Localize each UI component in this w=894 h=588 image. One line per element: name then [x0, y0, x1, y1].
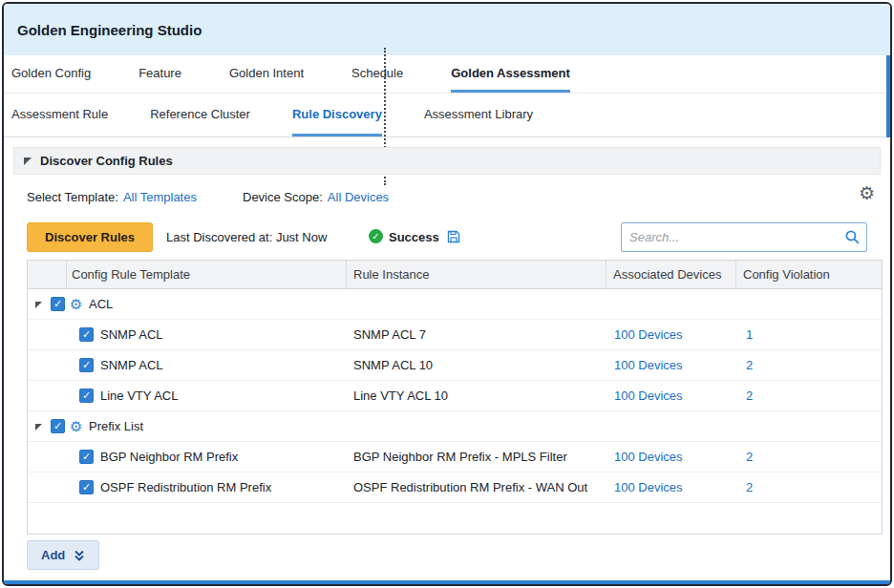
double-chevron-down-icon	[74, 549, 85, 562]
rule-instance-cell: SNMP ACL 10	[353, 350, 433, 381]
row-checkbox[interactable]: ✓	[79, 480, 94, 494]
tab-reference-cluster[interactable]: Reference Cluster	[150, 94, 250, 136]
success-status-label: Success	[389, 230, 439, 244]
config-rules-table: Config Rule Template Rule Instance Assoc…	[27, 260, 883, 535]
column-header-config-rule-template[interactable]: Config Rule Template	[72, 261, 190, 288]
filters-row: Select Template:All Templates Device Sco…	[27, 188, 875, 209]
collapse-group-icon[interactable]	[35, 302, 42, 308]
tab-rule-discovery[interactable]: Rule Discovery	[292, 94, 382, 136]
rule-instance-cell: OSPF Redistribution RM Prefix - WAN Out	[353, 472, 587, 503]
rule-template-cell: SNMP ACL	[100, 350, 163, 381]
window-title: Golden Engineering Studio	[17, 22, 202, 38]
column-header-associated-devices[interactable]: Associated Devices	[613, 261, 721, 288]
discover-config-rules-panel-header[interactable]: Discover Config Rules	[13, 147, 881, 175]
tab-assessment-rule[interactable]: Assessment Rule	[11, 94, 108, 136]
search-icon[interactable]	[838, 229, 866, 245]
panel-title: Discover Config Rules	[40, 154, 173, 168]
select-template-group: Select Template:All Templates	[27, 190, 197, 204]
rule-template-cell: OSPF Redistribution RM Prefix	[100, 472, 271, 503]
rule-row-bgp-neighbor-rm-prefix-mpls-filter: ✓BGP Neighbor RM PrefixBGP Neighbor RM P…	[28, 442, 882, 472]
config-violation-link[interactable]: 2	[746, 381, 753, 411]
rule-row-line-vty-acl-10: ✓Line VTY ACLLine VTY ACL 10100 Devices2	[28, 381, 882, 411]
row-checkbox[interactable]: ✓	[79, 450, 94, 464]
actions-toolbar: Discover Rules Last Discovered at: Just …	[27, 222, 867, 253]
config-violation-link[interactable]: 1	[746, 320, 753, 350]
row-checkbox[interactable]: ✓	[79, 388, 94, 403]
device-scope-label: Device Scope:	[243, 190, 323, 204]
collapse-group-icon[interactable]	[35, 424, 42, 430]
config-violation-link[interactable]: 2	[746, 472, 753, 503]
search-box	[621, 222, 867, 252]
column-separator	[606, 261, 607, 288]
config-violation-link[interactable]: 2	[746, 442, 753, 472]
save-report-icon[interactable]	[447, 230, 460, 246]
row-checkbox[interactable]: ✓	[51, 419, 65, 433]
row-checkbox[interactable]: ✓	[79, 327, 94, 342]
primary-nav: Golden ConfigFeatureGolden IntentSchedul…	[4, 55, 890, 94]
rule-template-cell: SNMP ACL	[100, 320, 163, 350]
bottom-accent-bar	[4, 580, 890, 584]
secondary-nav: Assessment RuleReference ClusterRule Dis…	[4, 94, 890, 137]
rule-template-cell: Line VTY ACL	[100, 381, 178, 411]
collapse-panel-icon[interactable]	[24, 158, 32, 165]
column-separator	[735, 261, 736, 288]
group-name: ACL	[89, 289, 113, 320]
row-checkbox[interactable]: ✓	[51, 297, 65, 311]
column-header-config-violation[interactable]: Config Violation	[743, 261, 830, 288]
table-header: Config Rule Template Rule Instance Assoc…	[28, 261, 882, 289]
column-separator	[66, 261, 67, 288]
associated-devices-link[interactable]: 100 Devices	[614, 381, 683, 411]
tab-golden-config[interactable]: Golden Config	[11, 55, 91, 93]
add-button-label: Add	[41, 548, 65, 562]
device-scope-group: Device Scope:All Devices	[243, 190, 389, 204]
tab-schedule[interactable]: Schedule	[351, 55, 403, 93]
group-row-acl: ✓⚙ACL	[28, 289, 882, 320]
rule-row-snmp-acl-7: ✓SNMP ACLSNMP ACL 7100 Devices1	[28, 320, 882, 350]
rule-row-ospf-redistribution-rm-prefix-wan-out: ✓OSPF Redistribution RM PrefixOSPF Redis…	[28, 472, 882, 503]
group-name: Prefix List	[89, 411, 143, 442]
rule-instance-cell: SNMP ACL 7	[353, 320, 426, 350]
search-input[interactable]	[622, 223, 838, 251]
last-discovered-text: Last Discovered at: Just Now	[166, 230, 327, 244]
column-separator	[346, 261, 347, 288]
associated-devices-link[interactable]: 100 Devices	[614, 320, 683, 350]
column-header-rule-instance[interactable]: Rule Instance	[353, 261, 430, 288]
select-template-label: Select Template:	[27, 190, 118, 204]
rule-row-snmp-acl-10: ✓SNMP ACLSNMP ACL 10100 Devices2	[28, 350, 882, 381]
right-edge-accent	[886, 55, 890, 137]
golden-engineering-studio-window: Golden Engineering Studio Golden ConfigF…	[2, 2, 892, 586]
rule-template-cell: BGP Neighbor RM Prefix	[100, 442, 238, 472]
rule-template-gear-icon: ⚙	[70, 411, 82, 441]
rule-instance-cell: Line VTY ACL 10	[353, 381, 448, 411]
add-button[interactable]: Add	[27, 540, 99, 570]
select-template-value[interactable]: All Templates	[123, 190, 197, 204]
device-scope-value[interactable]: All Devices	[328, 190, 389, 204]
config-violation-link[interactable]: 2	[746, 350, 753, 381]
table-body: ✓⚙ACL✓SNMP ACLSNMP ACL 7100 Devices1✓SNM…	[28, 289, 882, 503]
rule-template-gear-icon: ⚙	[70, 289, 82, 319]
rule-instance-cell: BGP Neighbor RM Prefix - MPLS Filter	[353, 442, 567, 472]
tab-assessment-library[interactable]: Assessment Library	[424, 94, 533, 136]
tab-golden-intent[interactable]: Golden Intent	[229, 55, 304, 93]
group-row-prefix-list: ✓⚙Prefix List	[28, 411, 882, 442]
associated-devices-link[interactable]: 100 Devices	[614, 350, 683, 381]
title-bar: Golden Engineering Studio	[4, 4, 890, 55]
row-checkbox[interactable]: ✓	[79, 358, 94, 372]
discover-rules-button[interactable]: Discover Rules	[27, 222, 153, 252]
success-check-icon: ✓	[369, 229, 383, 243]
tab-feature[interactable]: Feature	[138, 55, 181, 93]
associated-devices-link[interactable]: 100 Devices	[614, 442, 683, 472]
associated-devices-link[interactable]: 100 Devices	[614, 472, 683, 503]
settings-gear-icon[interactable]: ⚙	[859, 184, 875, 202]
tab-golden-assessment[interactable]: Golden Assessment	[451, 55, 570, 93]
